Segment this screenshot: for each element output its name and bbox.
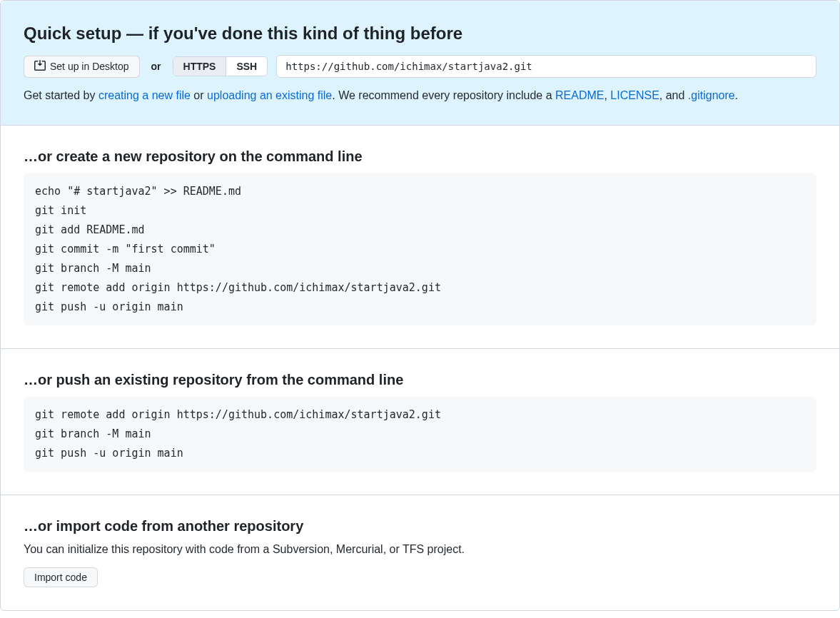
import-code-section: …or import code from another repository … — [1, 495, 839, 610]
import-code-description: You can initialize this repository with … — [24, 543, 816, 556]
clone-url-input[interactable] — [276, 55, 816, 78]
setup-in-desktop-button[interactable]: Set up in Desktop — [24, 56, 140, 78]
or-separator: or — [151, 61, 161, 72]
quick-setup-section: Quick setup — if you've done this kind o… — [1, 1, 839, 126]
create-repo-cli-heading: …or create a new repository on the comma… — [24, 148, 816, 165]
push-existing-codeblock[interactable]: git remote add origin https://github.com… — [24, 397, 816, 472]
setup-in-desktop-label: Set up in Desktop — [50, 61, 129, 72]
push-existing-cli-heading: …or push an existing repository from the… — [24, 372, 816, 388]
license-link[interactable]: LICENSE — [610, 89, 659, 101]
tab-https[interactable]: HTTPS — [173, 57, 226, 76]
create-new-file-link[interactable]: creating a new file — [98, 89, 191, 101]
create-repo-codeblock[interactable]: echo "# startjava2" >> README.md git ini… — [24, 173, 816, 325]
readme-link[interactable]: README — [555, 89, 604, 101]
help-prefix: Get started by — [24, 89, 98, 101]
help-mid2: . We recommend every repository include … — [332, 89, 555, 101]
help-and: , and — [659, 89, 688, 101]
repo-empty-setup-panel: Quick setup — if you've done this kind o… — [0, 0, 840, 611]
import-code-heading: …or import code from another repository — [24, 518, 816, 535]
push-existing-cli-section: …or push an existing repository from the… — [1, 349, 839, 495]
quick-setup-heading: Quick setup — if you've done this kind o… — [24, 24, 816, 44]
gitignore-link[interactable]: .gitignore — [688, 89, 735, 101]
help-period: . — [735, 89, 738, 101]
help-comma: , — [604, 89, 610, 101]
quick-setup-help-text: Get started by creating a new file or up… — [24, 89, 816, 102]
desktop-icon — [34, 60, 46, 74]
upload-existing-file-link[interactable]: uploading an existing file — [207, 89, 332, 101]
tab-ssh[interactable]: SSH — [226, 57, 267, 76]
import-code-button[interactable]: Import code — [24, 567, 98, 587]
protocol-tabgroup: HTTPS SSH — [173, 56, 268, 76]
help-mid1: or — [191, 89, 207, 101]
create-repo-cli-section: …or create a new repository on the comma… — [1, 126, 839, 349]
clone-options-row: Set up in Desktop or HTTPS SSH — [24, 55, 816, 78]
